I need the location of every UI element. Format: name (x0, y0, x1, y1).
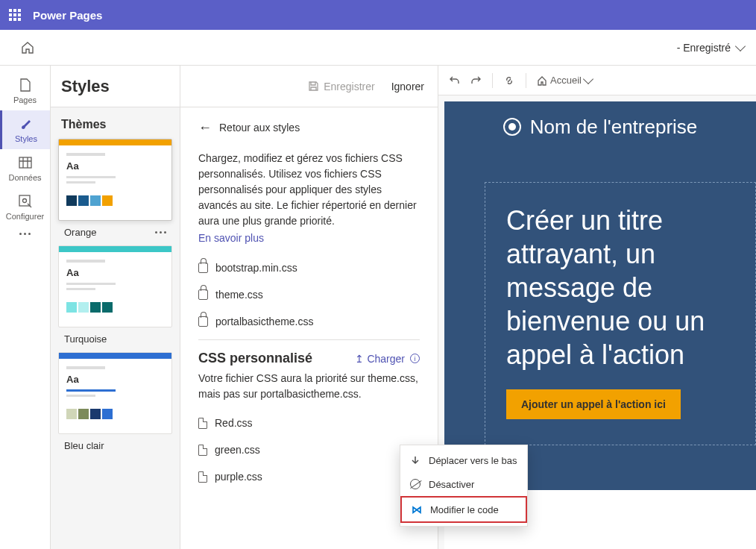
custom-file[interactable]: Red.css (198, 410, 420, 436)
table-icon (18, 155, 33, 170)
file-icon (198, 445, 207, 456)
undo-icon (449, 75, 460, 86)
themes-panel: Styles Thèmes Aa Orange Aa Tur (51, 66, 180, 549)
custom-css-heading: CSS personnalisé (198, 351, 312, 366)
theme-label: Bleu clair (64, 440, 104, 451)
learn-more-link[interactable]: En savoir plus (198, 232, 264, 244)
svg-point-2 (22, 199, 26, 203)
css-toolbar: Enregistrer Ignorer (180, 66, 438, 107)
file-icon (198, 418, 207, 429)
waffle-icon[interactable] (9, 9, 21, 21)
product-title: Power Pages (33, 9, 102, 22)
rail-item-data[interactable]: Données (0, 149, 50, 188)
upload-button[interactable]: ↥ Charger i (355, 353, 420, 365)
locked-file[interactable]: bootstrap.min.css (198, 254, 420, 281)
sub-header: - Enregistré (0, 30, 756, 66)
lock-icon (198, 263, 208, 273)
chevron-down-icon (735, 41, 746, 51)
info-icon[interactable]: i (410, 354, 420, 363)
more-icon[interactable] (155, 231, 166, 233)
save-status-label: - Enregistré (677, 42, 731, 54)
home-icon[interactable] (21, 41, 34, 54)
vscode-icon: ⋈ (411, 503, 423, 515)
theme-label: Orange (64, 227, 96, 238)
company-name: Nom de l'entreprise (530, 116, 698, 139)
custom-file[interactable]: green.css (198, 436, 420, 463)
page-icon (18, 78, 33, 92)
rail-label: Pages (13, 95, 37, 104)
css-description: Chargez, modifiez et gérez vos fichiers … (198, 151, 420, 229)
themes-heading: Thèmes (51, 107, 180, 139)
chevron-down-icon (583, 74, 593, 84)
ctx-move-down[interactable]: Déplacer vers le bas (400, 448, 527, 472)
redo-icon (470, 75, 482, 86)
back-to-styles[interactable]: ← Retour aux styles (198, 121, 420, 134)
ctx-disable[interactable]: Désactiver (400, 472, 527, 496)
preview-toolbar: Accueil (438, 66, 756, 95)
rail-label: Configurer (6, 212, 44, 221)
custom-css-note: Votre fichier CSS aura la priorité sur t… (198, 371, 420, 402)
theme-card-turquoise[interactable]: Aa Turquoise (58, 245, 172, 345)
link-icon (503, 75, 515, 87)
panel-title: Styles (61, 77, 110, 96)
save-button[interactable]: Enregistrer (308, 81, 374, 92)
panel-titlebar: Styles (51, 66, 180, 107)
app-header: Power Pages (0, 0, 756, 30)
file-icon (198, 471, 207, 483)
hero-section[interactable]: Créer un titre attrayant, un message de … (444, 152, 756, 490)
save-status[interactable]: - Enregistré (677, 42, 744, 54)
lock-icon (198, 316, 208, 327)
eye-off-icon (409, 478, 421, 490)
site-header: Nom de l'entreprise (444, 101, 756, 152)
theme-card-orange[interactable]: Aa Orange (58, 139, 172, 238)
rail-label: Styles (15, 134, 37, 143)
gear-icon (18, 194, 33, 209)
brush-icon (19, 116, 34, 131)
rail-item-styles[interactable]: Styles (0, 110, 50, 149)
theme-card-lightblue[interactable]: Aa Bleu clair (58, 352, 172, 451)
redo-button[interactable] (470, 75, 482, 86)
arrow-left-icon: ← (198, 121, 212, 134)
rail-item-pages[interactable]: Pages (0, 72, 50, 110)
arrow-down-icon (409, 454, 421, 466)
lock-icon (198, 289, 208, 300)
company-logo-icon (503, 118, 521, 136)
more-icon (19, 233, 31, 235)
custom-file[interactable]: purple.css (198, 463, 420, 490)
locked-file[interactable]: portalbasictheme.css (198, 308, 420, 335)
undo-button[interactable] (449, 75, 460, 86)
ctx-edit-code[interactable]: ⋈ Modifier le code (400, 496, 527, 523)
link-button[interactable] (503, 75, 515, 87)
hero-title: Créer un titre attrayant, un message de … (506, 204, 725, 371)
home-icon (537, 75, 547, 86)
context-menu: Déplacer vers le bas Désactiver ⋈ Modifi… (400, 445, 528, 527)
breadcrumb-home[interactable]: Accueil (537, 75, 592, 86)
left-rail: Pages Styles Données Configurer (0, 66, 51, 549)
cta-button[interactable]: Ajouter un appel à l'action ici (506, 389, 681, 419)
svg-rect-0 (19, 157, 31, 168)
upload-icon: ↥ (355, 353, 364, 365)
rail-item-configure[interactable]: Configurer (0, 188, 50, 227)
ignore-button[interactable]: Ignorer (391, 81, 424, 92)
save-icon (308, 81, 319, 92)
rail-item-more[interactable] (0, 227, 50, 241)
rail-label: Données (8, 173, 41, 182)
locked-file[interactable]: theme.css (198, 281, 420, 308)
theme-label: Turquoise (64, 333, 107, 345)
